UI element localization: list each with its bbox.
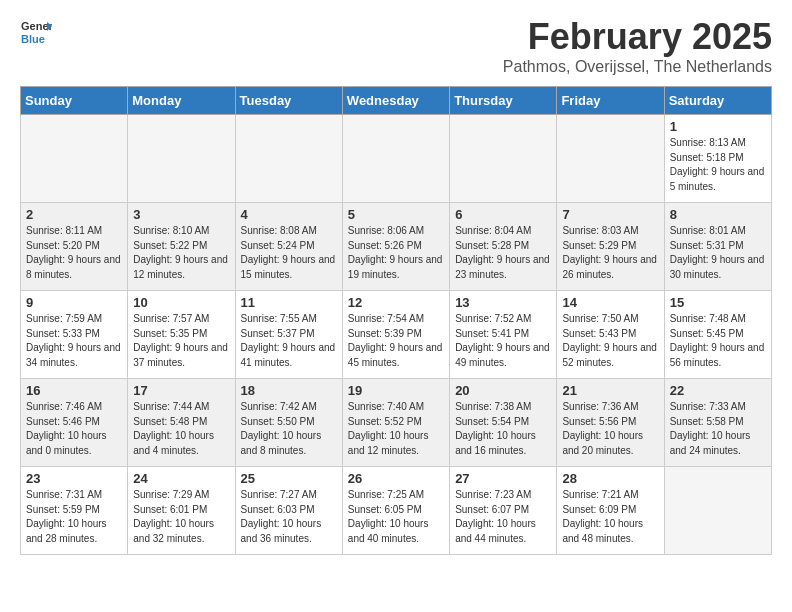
table-row <box>128 115 235 203</box>
day-number: 11 <box>241 295 337 310</box>
day-number: 4 <box>241 207 337 222</box>
table-row: 11Sunrise: 7:55 AM Sunset: 5:37 PM Dayli… <box>235 291 342 379</box>
day-number: 14 <box>562 295 658 310</box>
day-info: Sunrise: 7:44 AM Sunset: 5:48 PM Dayligh… <box>133 400 229 458</box>
day-info: Sunrise: 7:52 AM Sunset: 5:41 PM Dayligh… <box>455 312 551 370</box>
day-number: 21 <box>562 383 658 398</box>
col-saturday: Saturday <box>664 87 771 115</box>
day-number: 2 <box>26 207 122 222</box>
col-thursday: Thursday <box>450 87 557 115</box>
table-row: 12Sunrise: 7:54 AM Sunset: 5:39 PM Dayli… <box>342 291 449 379</box>
header: General Blue February 2025 Pathmos, Over… <box>20 16 772 76</box>
table-row: 16Sunrise: 7:46 AM Sunset: 5:46 PM Dayli… <box>21 379 128 467</box>
day-info: Sunrise: 7:33 AM Sunset: 5:58 PM Dayligh… <box>670 400 766 458</box>
day-number: 1 <box>670 119 766 134</box>
svg-text:Blue: Blue <box>21 33 45 45</box>
day-number: 19 <box>348 383 444 398</box>
table-row <box>21 115 128 203</box>
subtitle: Pathmos, Overijssel, The Netherlands <box>503 58 772 76</box>
calendar-container: General Blue February 2025 Pathmos, Over… <box>0 0 792 571</box>
month-title: February 2025 <box>503 16 772 58</box>
table-row <box>342 115 449 203</box>
day-info: Sunrise: 7:27 AM Sunset: 6:03 PM Dayligh… <box>241 488 337 546</box>
day-info: Sunrise: 7:40 AM Sunset: 5:52 PM Dayligh… <box>348 400 444 458</box>
table-row: 3Sunrise: 8:10 AM Sunset: 5:22 PM Daylig… <box>128 203 235 291</box>
table-row: 23Sunrise: 7:31 AM Sunset: 5:59 PM Dayli… <box>21 467 128 555</box>
day-number: 17 <box>133 383 229 398</box>
table-row: 10Sunrise: 7:57 AM Sunset: 5:35 PM Dayli… <box>128 291 235 379</box>
day-number: 5 <box>348 207 444 222</box>
day-number: 16 <box>26 383 122 398</box>
table-row: 1Sunrise: 8:13 AM Sunset: 5:18 PM Daylig… <box>664 115 771 203</box>
col-tuesday: Tuesday <box>235 87 342 115</box>
table-row: 2Sunrise: 8:11 AM Sunset: 5:20 PM Daylig… <box>21 203 128 291</box>
day-info: Sunrise: 8:01 AM Sunset: 5:31 PM Dayligh… <box>670 224 766 282</box>
col-sunday: Sunday <box>21 87 128 115</box>
table-row: 21Sunrise: 7:36 AM Sunset: 5:56 PM Dayli… <box>557 379 664 467</box>
day-info: Sunrise: 7:31 AM Sunset: 5:59 PM Dayligh… <box>26 488 122 546</box>
col-wednesday: Wednesday <box>342 87 449 115</box>
calendar-week-row: 9Sunrise: 7:59 AM Sunset: 5:33 PM Daylig… <box>21 291 772 379</box>
day-number: 6 <box>455 207 551 222</box>
day-info: Sunrise: 7:54 AM Sunset: 5:39 PM Dayligh… <box>348 312 444 370</box>
table-row: 25Sunrise: 7:27 AM Sunset: 6:03 PM Dayli… <box>235 467 342 555</box>
day-info: Sunrise: 7:38 AM Sunset: 5:54 PM Dayligh… <box>455 400 551 458</box>
table-row: 6Sunrise: 8:04 AM Sunset: 5:28 PM Daylig… <box>450 203 557 291</box>
table-row <box>557 115 664 203</box>
day-info: Sunrise: 7:21 AM Sunset: 6:09 PM Dayligh… <box>562 488 658 546</box>
day-number: 3 <box>133 207 229 222</box>
day-info: Sunrise: 8:13 AM Sunset: 5:18 PM Dayligh… <box>670 136 766 194</box>
day-number: 9 <box>26 295 122 310</box>
day-number: 13 <box>455 295 551 310</box>
day-info: Sunrise: 7:57 AM Sunset: 5:35 PM Dayligh… <box>133 312 229 370</box>
table-row: 17Sunrise: 7:44 AM Sunset: 5:48 PM Dayli… <box>128 379 235 467</box>
table-row: 27Sunrise: 7:23 AM Sunset: 6:07 PM Dayli… <box>450 467 557 555</box>
day-info: Sunrise: 7:36 AM Sunset: 5:56 PM Dayligh… <box>562 400 658 458</box>
day-number: 20 <box>455 383 551 398</box>
day-number: 27 <box>455 471 551 486</box>
day-info: Sunrise: 7:42 AM Sunset: 5:50 PM Dayligh… <box>241 400 337 458</box>
day-info: Sunrise: 8:08 AM Sunset: 5:24 PM Dayligh… <box>241 224 337 282</box>
table-row: 22Sunrise: 7:33 AM Sunset: 5:58 PM Dayli… <box>664 379 771 467</box>
day-info: Sunrise: 8:03 AM Sunset: 5:29 PM Dayligh… <box>562 224 658 282</box>
col-friday: Friday <box>557 87 664 115</box>
table-row: 9Sunrise: 7:59 AM Sunset: 5:33 PM Daylig… <box>21 291 128 379</box>
day-number: 8 <box>670 207 766 222</box>
table-row: 7Sunrise: 8:03 AM Sunset: 5:29 PM Daylig… <box>557 203 664 291</box>
table-row: 18Sunrise: 7:42 AM Sunset: 5:50 PM Dayli… <box>235 379 342 467</box>
day-number: 24 <box>133 471 229 486</box>
table-row <box>450 115 557 203</box>
day-info: Sunrise: 7:59 AM Sunset: 5:33 PM Dayligh… <box>26 312 122 370</box>
col-monday: Monday <box>128 87 235 115</box>
day-info: Sunrise: 7:46 AM Sunset: 5:46 PM Dayligh… <box>26 400 122 458</box>
day-info: Sunrise: 7:48 AM Sunset: 5:45 PM Dayligh… <box>670 312 766 370</box>
day-info: Sunrise: 7:23 AM Sunset: 6:07 PM Dayligh… <box>455 488 551 546</box>
day-number: 10 <box>133 295 229 310</box>
calendar-week-row: 2Sunrise: 8:11 AM Sunset: 5:20 PM Daylig… <box>21 203 772 291</box>
day-number: 22 <box>670 383 766 398</box>
day-number: 26 <box>348 471 444 486</box>
day-number: 7 <box>562 207 658 222</box>
table-row: 4Sunrise: 8:08 AM Sunset: 5:24 PM Daylig… <box>235 203 342 291</box>
day-number: 18 <box>241 383 337 398</box>
table-row: 15Sunrise: 7:48 AM Sunset: 5:45 PM Dayli… <box>664 291 771 379</box>
calendar-week-row: 16Sunrise: 7:46 AM Sunset: 5:46 PM Dayli… <box>21 379 772 467</box>
day-number: 15 <box>670 295 766 310</box>
table-row: 26Sunrise: 7:25 AM Sunset: 6:05 PM Dayli… <box>342 467 449 555</box>
day-number: 25 <box>241 471 337 486</box>
day-number: 12 <box>348 295 444 310</box>
table-row: 5Sunrise: 8:06 AM Sunset: 5:26 PM Daylig… <box>342 203 449 291</box>
calendar-week-row: 23Sunrise: 7:31 AM Sunset: 5:59 PM Dayli… <box>21 467 772 555</box>
calendar-table: Sunday Monday Tuesday Wednesday Thursday… <box>20 86 772 555</box>
table-row: 20Sunrise: 7:38 AM Sunset: 5:54 PM Dayli… <box>450 379 557 467</box>
table-row: 19Sunrise: 7:40 AM Sunset: 5:52 PM Dayli… <box>342 379 449 467</box>
table-row <box>235 115 342 203</box>
table-row: 8Sunrise: 8:01 AM Sunset: 5:31 PM Daylig… <box>664 203 771 291</box>
day-info: Sunrise: 8:10 AM Sunset: 5:22 PM Dayligh… <box>133 224 229 282</box>
table-row: 13Sunrise: 7:52 AM Sunset: 5:41 PM Dayli… <box>450 291 557 379</box>
logo-icon: General Blue <box>20 16 52 48</box>
table-row: 24Sunrise: 7:29 AM Sunset: 6:01 PM Dayli… <box>128 467 235 555</box>
day-info: Sunrise: 8:06 AM Sunset: 5:26 PM Dayligh… <box>348 224 444 282</box>
logo-graphic: General Blue <box>20 16 52 48</box>
calendar-header-row: Sunday Monday Tuesday Wednesday Thursday… <box>21 87 772 115</box>
